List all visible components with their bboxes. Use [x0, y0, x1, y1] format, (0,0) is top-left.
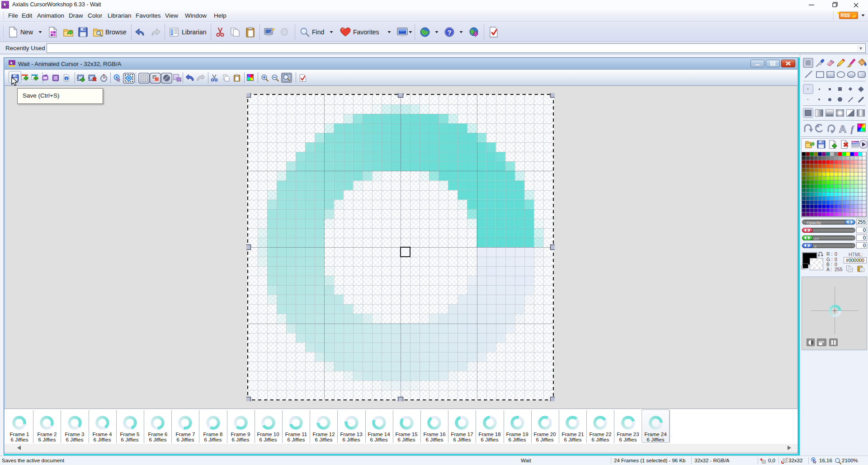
svg-text:⚙: ⚙: [279, 27, 289, 38]
svg-text:A: A: [839, 123, 846, 134]
svg-text:?: ?: [447, 28, 451, 36]
svg-text:f: f: [850, 123, 855, 134]
